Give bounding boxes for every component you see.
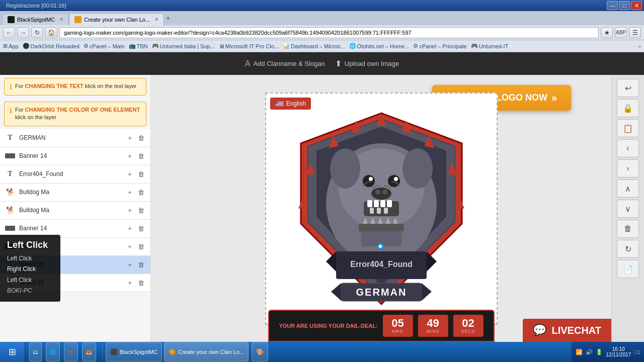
layer-add-error[interactable]: + bbox=[125, 169, 134, 178]
bookmark-cpanel-main[interactable]: ⚙ cPanel – Main bbox=[84, 43, 125, 49]
bookmark-unturned[interactable]: 🎮 Unturned Italia | Sup... bbox=[152, 43, 215, 49]
titlebar: Registrazione [00:01:16] — □ ✕ bbox=[0, 0, 644, 11]
layer-name-german: GERMAN bbox=[19, 134, 121, 141]
bookmarks-more[interactable]: » bbox=[638, 43, 641, 49]
svg-rect-29 bbox=[377, 208, 381, 214]
layer-german[interactable]: T GERMAN + 🗑 bbox=[0, 129, 150, 147]
layer-add-german[interactable]: + bbox=[125, 133, 134, 142]
tool-paste[interactable]: 📄 bbox=[617, 260, 639, 278]
layer-add-banner1[interactable]: + bbox=[125, 151, 134, 160]
layer-del-bulldog1[interactable]: 🗑 bbox=[136, 188, 145, 197]
text-icon: A bbox=[245, 59, 251, 68]
top-toolbar: A Add Clanname & Slogan ⬆ Upload own Ima… bbox=[0, 52, 644, 75]
mins-label: MINS bbox=[426, 329, 440, 334]
refresh-btn[interactable]: ↻ bbox=[31, 27, 43, 38]
bookmark-microsoft[interactable]: 🖥 Microsoft IT Pro Clo... bbox=[219, 43, 279, 49]
taskbar-photoshop[interactable]: 🎨 bbox=[252, 342, 268, 361]
new-tab-btn[interactable]: + bbox=[166, 14, 170, 22]
main-content: ℹ For CHANGING THE TEXT klick on the tex… bbox=[0, 75, 644, 342]
layer-icon-bulldog1: 🐕 bbox=[5, 188, 15, 196]
left-panel: ℹ For CHANGING THE TEXT klick on the tex… bbox=[0, 75, 151, 342]
tray-network: 📶 bbox=[576, 349, 583, 355]
forward-btn[interactable]: → bbox=[17, 27, 29, 38]
extensions-btn[interactable]: ABP bbox=[615, 27, 627, 38]
tab-icon-clanlogo bbox=[74, 16, 82, 23]
info-box-color: ℹ For CHANGING THE COLOR OF ONE ELEMENT … bbox=[4, 102, 146, 126]
tool-undo[interactable]: ↩ bbox=[617, 79, 639, 97]
layer-del-german[interactable]: 🗑 bbox=[136, 133, 145, 142]
tab-blackspigotmc[interactable]: BlackSpigotMC ✕ bbox=[2, 13, 69, 25]
tool-delete[interactable]: 🗑 bbox=[617, 220, 639, 238]
tab-close-blackspigot[interactable]: ✕ bbox=[59, 17, 63, 22]
taskbar-file-explorer[interactable]: 🗂 bbox=[29, 342, 42, 361]
svg-point-19 bbox=[394, 177, 398, 181]
tab-close-clanlogo[interactable]: ✕ bbox=[154, 17, 158, 22]
tool-next[interactable]: › bbox=[617, 159, 639, 177]
layer-del-banner1[interactable]: 🗑 bbox=[136, 151, 145, 160]
close-btn[interactable]: ✕ bbox=[631, 1, 642, 10]
taskbar-firefox[interactable]: 🦊 bbox=[82, 342, 96, 361]
bookmark-dashboard[interactable]: 📊 Dashboard – Micros... bbox=[283, 43, 345, 49]
layer-error404[interactable]: T Error404_Found + 🗑 bbox=[0, 165, 150, 184]
ps-icon: 🎨 bbox=[256, 348, 264, 355]
tool-prev[interactable]: ‹ bbox=[617, 139, 639, 157]
layer-banner1[interactable]: Banner 14 + 🗑 bbox=[0, 147, 150, 165]
bookmark-btn[interactable]: ★ bbox=[601, 27, 613, 38]
tab-clanlogo[interactable]: Create your own Clan Lo... ✕ bbox=[69, 13, 164, 25]
bookmark-unturned-it[interactable]: 🎮 Unturned-IT bbox=[471, 43, 509, 49]
browser-content: A Add Clanname & Slogan ⬆ Upload own Ima… bbox=[0, 52, 644, 342]
taskbar-steam[interactable]: 🎮 bbox=[64, 342, 78, 361]
back-btn[interactable]: ← bbox=[3, 27, 15, 38]
bookmark-tbn[interactable]: 📺 TBN bbox=[129, 43, 148, 49]
tool-copy[interactable]: 📋 bbox=[617, 119, 639, 137]
taskbar-clanlogo-label: Create your own Clan Lo... bbox=[178, 349, 244, 355]
flag-icon: 🇺🇸 bbox=[275, 100, 284, 108]
show-desktop[interactable]: □ bbox=[634, 349, 640, 355]
layer-add-banner3[interactable]: + bbox=[125, 242, 134, 251]
add-clanname-btn[interactable]: A Add Clanname & Slogan bbox=[245, 59, 325, 68]
layer-bulldog1[interactable]: 🐕 Bulldog Ma + 🗑 bbox=[0, 184, 150, 202]
layer-icon-bulldog2: 🐕 bbox=[5, 206, 15, 214]
layer-del-shield1[interactable]: 🗑 bbox=[136, 260, 145, 269]
layer-add-bulldog1[interactable]: + bbox=[125, 188, 134, 197]
layer-name-banner1: Banner 14 bbox=[19, 152, 121, 159]
taskbar-blackspigot-label: BlackSpigotMC bbox=[120, 349, 157, 355]
taskbar-time-value: 16:10 bbox=[612, 346, 625, 352]
home-btn[interactable]: 🏠 bbox=[45, 27, 57, 38]
nav-bar: ← → ↻ 🏠 ★ ABP ☰ bbox=[0, 25, 644, 40]
svg-point-20 bbox=[371, 188, 391, 200]
layer-del-error[interactable]: 🗑 bbox=[136, 169, 145, 178]
taskbar-clanlogo[interactable]: 🔶 Create your own Clan Lo... bbox=[164, 342, 249, 361]
bookmark-cpanel-principale[interactable]: ⚙ cPanel – Principale bbox=[413, 43, 466, 49]
svg-point-47 bbox=[379, 245, 382, 248]
upload-image-btn[interactable]: ⬆ Upload own Image bbox=[335, 59, 399, 68]
layer-del-banner2[interactable]: 🗑 bbox=[136, 224, 145, 233]
layer-del-shield2[interactable]: 🗑 bbox=[136, 278, 145, 287]
svg-point-22 bbox=[382, 190, 387, 195]
bookmark-otohits[interactable]: 🌐 Otohits.net – Home... bbox=[349, 43, 410, 49]
tool-down[interactable]: ∨ bbox=[617, 200, 639, 218]
taskbar-blackspigot[interactable]: ⬛ BlackSpigotMC bbox=[106, 342, 162, 361]
layer-del-bulldog2[interactable]: 🗑 bbox=[136, 206, 145, 215]
layer-add-bulldog2[interactable]: + bbox=[125, 206, 134, 215]
address-bar[interactable] bbox=[59, 27, 599, 38]
menu-btn[interactable]: ☰ bbox=[629, 27, 641, 38]
minimize-btn[interactable]: — bbox=[607, 1, 618, 10]
taskbar-chrome[interactable]: 🌐 bbox=[46, 342, 60, 361]
tooltip-italic: BOKI-PC bbox=[7, 286, 53, 297]
bookmark-app[interactable]: ⊞ App bbox=[3, 43, 19, 49]
tool-refresh[interactable]: ↻ bbox=[617, 240, 639, 258]
canvas-area: GET YOUR LOGO NOW » 🇺🇸 English bbox=[151, 75, 611, 342]
layer-add-shield2[interactable]: + bbox=[125, 278, 134, 287]
taskbar-datetime[interactable]: 16:10 12/11/2017 bbox=[606, 346, 631, 357]
layer-bulldog2[interactable]: 🐕 Bulldog Ma + 🗑 bbox=[0, 202, 150, 220]
tool-lock[interactable]: 🔒 bbox=[617, 99, 639, 117]
start-button[interactable]: ⊞ bbox=[0, 342, 25, 362]
bookmark-darkorbit[interactable]: 🌑 DarkOrbit Reloaded bbox=[23, 43, 79, 49]
livechat-button[interactable]: 💬 LIVECHAT bbox=[523, 319, 611, 342]
layer-del-banner3[interactable]: 🗑 bbox=[136, 242, 145, 251]
maximize-btn[interactable]: □ bbox=[619, 1, 630, 10]
layer-add-shield1[interactable]: + bbox=[125, 260, 134, 269]
layer-add-banner2[interactable]: + bbox=[125, 224, 134, 233]
tool-up[interactable]: ∧ bbox=[617, 179, 639, 198]
